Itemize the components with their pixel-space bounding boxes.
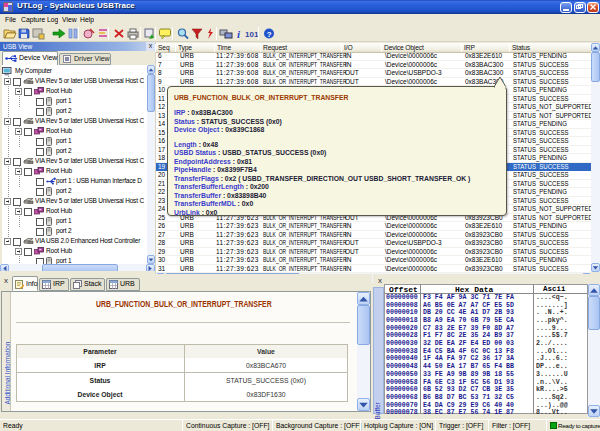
svg-text:101: 101: [245, 30, 258, 39]
svg-text:?: ?: [267, 30, 272, 39]
svg-text:i: i: [237, 28, 241, 40]
